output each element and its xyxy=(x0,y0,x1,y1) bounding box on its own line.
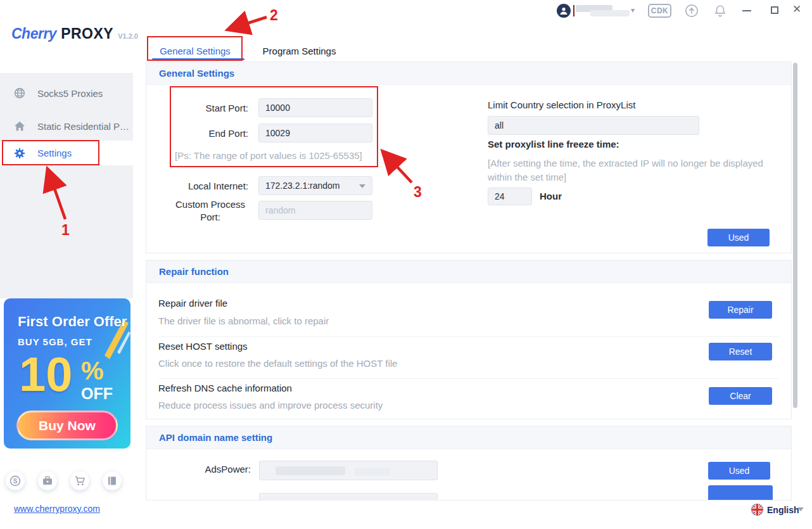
end-port-label: End Port: xyxy=(158,128,248,139)
app-logo: Cherry PROXY V1.2.0 xyxy=(11,25,138,42)
section-header: API domain name setting xyxy=(146,426,791,449)
sidebar-item-socks5-proxies[interactable]: Socks5 Proxies xyxy=(0,80,133,106)
adspower-label: AdsPower: xyxy=(159,464,251,475)
sidebar-item-static-residential[interactable]: Static Residential Pro... xyxy=(0,113,133,139)
promo-discount-number: 10 xyxy=(19,350,73,398)
money-back-icon: S xyxy=(10,475,21,487)
chevron-down-icon xyxy=(359,184,365,188)
clear-dns-button[interactable]: Clear xyxy=(709,387,772,405)
promo-card: First Order Offer BUY 5GB, GET 10 % OFF … xyxy=(4,298,130,449)
user-avatar[interactable] xyxy=(557,4,571,18)
section-header: Repair function xyxy=(146,260,791,283)
limit-country-input[interactable] xyxy=(488,116,699,135)
start-port-input[interactable] xyxy=(258,98,372,117)
promo-discount-suffix: OFF xyxy=(81,385,113,403)
maximize-button[interactable] xyxy=(771,6,778,14)
gear-icon xyxy=(14,148,25,159)
repair-button[interactable]: Repair xyxy=(709,301,772,319)
person-icon xyxy=(559,6,568,15)
tab-program-settings[interactable]: Program Settings xyxy=(260,43,339,58)
repair-item-title: Reset HOST settings xyxy=(158,341,248,352)
notification-bell-icon[interactable] xyxy=(713,4,727,18)
redaction-cursor xyxy=(573,5,574,16)
adspower-input[interactable] xyxy=(259,461,438,480)
cart-icon xyxy=(74,475,86,487)
reset-host-button[interactable]: Reset xyxy=(709,343,772,360)
api-domain-section: API domain name setting AdsPower: Used xyxy=(146,426,792,500)
freeze-time-label: Set proxylist line freeze time: xyxy=(488,139,741,150)
promo-subtitle: BUY 5GB, GET xyxy=(18,336,92,347)
repair-item-desc: The driver file is abnormal, click to re… xyxy=(158,315,329,326)
port-range-note: [Ps: The range of port values is 1025-65… xyxy=(175,150,390,161)
language-selector[interactable]: English xyxy=(767,505,799,515)
repair-item-desc: Click once to restore the default settin… xyxy=(158,358,397,369)
local-internet-value: 172.23.2.1:random xyxy=(265,181,340,191)
repair-item-title: Refresh DNS cache information xyxy=(158,383,292,393)
section-header: General Settings xyxy=(146,62,791,85)
vertical-scrollbar[interactable] xyxy=(793,63,797,408)
annotation-arrow-2 xyxy=(231,17,267,29)
sidebar-item-label: Static Residential Pro... xyxy=(37,121,131,132)
refund-money-back-button[interactable]: S xyxy=(6,471,25,490)
account-dropdown-caret-icon[interactable]: ▾ xyxy=(631,6,635,15)
end-port-input[interactable] xyxy=(258,124,372,143)
limit-country-label: Limit Country selection in ProxyList xyxy=(488,99,741,110)
redacted-value xyxy=(276,466,345,475)
divider xyxy=(158,336,779,337)
tab-general-settings[interactable]: General Settings xyxy=(153,43,237,58)
active-tab-underline xyxy=(152,58,244,60)
manual-docs-button[interactable] xyxy=(103,471,122,490)
freeze-time-unit-label: Hour xyxy=(540,191,578,201)
promo-discount-percent: % xyxy=(81,357,104,385)
sidebar-item-label: Settings xyxy=(37,148,72,158)
sidebar-item-label: Socks5 Proxies xyxy=(37,88,103,99)
logo-brand-secondary: PROXY xyxy=(61,25,113,42)
repair-function-section: Repair function xyxy=(146,260,792,419)
redacted-username xyxy=(590,10,630,16)
business-services-button[interactable] xyxy=(38,471,57,490)
section-title: API domain name setting xyxy=(159,432,272,443)
app-window: ▾ CDK ✕ Cherry PROXY V1.2.0 Socks5 Proxi… xyxy=(0,0,812,529)
section-title: Repair function xyxy=(159,266,229,277)
language-caret-icon[interactable] xyxy=(797,507,804,511)
repair-item-desc: Reduce process issues and improve proces… xyxy=(158,400,383,411)
website-link[interactable]: www.cherryproxy.com xyxy=(14,504,100,514)
divider xyxy=(158,378,779,379)
general-used-button[interactable]: Used xyxy=(707,229,770,246)
section-title: General Settings xyxy=(159,68,234,79)
sidebar-item-settings[interactable]: Settings xyxy=(0,141,133,165)
close-button[interactable]: ✕ xyxy=(792,3,801,16)
api-second-button-partial[interactable] xyxy=(708,485,773,500)
local-internet-label: Local Internet: xyxy=(158,181,248,191)
start-port-label: Start Port: xyxy=(158,103,248,113)
redacted-value xyxy=(355,468,390,476)
uk-flag-icon xyxy=(751,504,763,516)
briefcase-icon xyxy=(42,475,53,487)
custom-process-port-input[interactable] xyxy=(258,201,372,220)
api-second-input-partial[interactable] xyxy=(259,493,438,500)
home-icon xyxy=(14,120,25,132)
update-upload-icon[interactable] xyxy=(685,4,699,18)
annotation-number-2: 2 xyxy=(270,7,278,23)
book-icon xyxy=(106,475,118,487)
shop-button[interactable] xyxy=(70,471,89,490)
freeze-time-note: [After setting the time, the extracted I… xyxy=(488,156,779,184)
sidebar-menu xyxy=(0,73,133,298)
promo-title: First Order Offer xyxy=(18,314,127,330)
custom-process-port-label: Custom Process Port: xyxy=(172,198,248,224)
buy-now-button[interactable]: Buy Now xyxy=(16,411,118,440)
local-internet-select[interactable]: 172.23.2.1:random xyxy=(258,176,372,195)
svg-text:S: S xyxy=(13,478,18,485)
minimize-button[interactable] xyxy=(742,10,751,11)
api-used-button[interactable]: Used xyxy=(708,462,770,480)
cdk-button[interactable]: CDK xyxy=(648,4,671,18)
globe-icon xyxy=(14,87,25,99)
repair-item-title: Repair driver file xyxy=(158,298,227,309)
freeze-time-input[interactable] xyxy=(488,188,532,205)
logo-brand-primary: Cherry xyxy=(11,25,56,42)
logo-version: V1.2.0 xyxy=(118,32,138,40)
